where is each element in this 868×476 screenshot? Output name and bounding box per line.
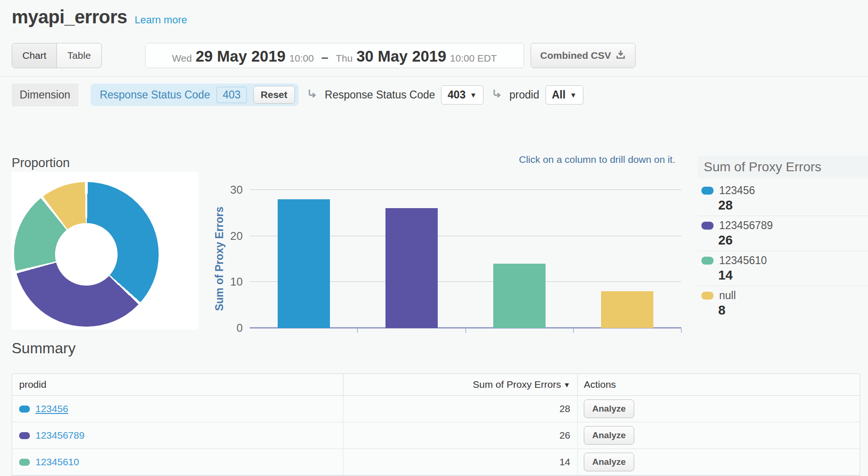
reset-button[interactable]: Reset: [253, 86, 295, 104]
table-row-123456: 123456 28 Analyze: [12, 396, 860, 422]
page-header: myapi_errors Learn more: [12, 7, 187, 28]
value-cell: 28: [343, 396, 578, 422]
column-header-value[interactable]: Sum of Proxy Errors ▼: [343, 374, 578, 395]
y-tick-label: 30: [205, 183, 243, 196]
series-swatch: [701, 257, 714, 265]
analyze-button[interactable]: Analyze: [584, 399, 634, 418]
legend-series-value: 14: [718, 268, 868, 283]
summary-title: Summary: [12, 340, 76, 357]
analyze-button[interactable]: Analyze: [584, 453, 634, 471]
active-filter-value[interactable]: 403: [217, 87, 246, 103]
value-cell: 26: [343, 422, 578, 448]
start-day: Wed: [172, 53, 192, 64]
series-swatch: [701, 187, 714, 195]
start-date: 29 May 2019: [196, 48, 286, 65]
legend-entry-12345610: 12345610 14: [698, 251, 868, 286]
bar-null[interactable]: [601, 291, 653, 328]
x-tick: [573, 329, 574, 333]
series-swatch: [19, 406, 30, 413]
prodid-link[interactable]: 123456: [35, 403, 68, 414]
gridline: [250, 189, 681, 190]
drilldown-arrow-icon: [492, 88, 503, 101]
x-tick: [465, 329, 466, 333]
chevron-down-icon: ▼: [470, 91, 477, 99]
proportion-title: Proportion: [12, 156, 70, 170]
bar-123456789[interactable]: [385, 208, 438, 328]
drilldown-2-select[interactable]: All ▼: [546, 85, 583, 105]
start-time: 10:00: [289, 53, 314, 64]
donut-chart[interactable]: [14, 182, 159, 327]
summary-table-header: prodid Sum of Proxy Errors ▼ Actions: [12, 374, 860, 396]
date-range-picker[interactable]: Wed 29 May 2019 10:00 – Thu 30 May 2019 …: [145, 43, 524, 68]
table-row-123456789: 123456789 26 Analyze: [12, 422, 860, 449]
end-day: Thu: [336, 53, 352, 64]
active-filter-name[interactable]: Response Status Code: [100, 89, 210, 101]
drilldown-2-value: All: [552, 89, 566, 101]
legend-series-value: 26: [718, 233, 868, 248]
dashboard-page: myapi_errors Learn more Chart Table Wed …: [0, 0, 868, 476]
csv-button-label: Combined CSV: [540, 50, 611, 61]
learn-more-link[interactable]: Learn more: [134, 14, 187, 26]
summary-table-body: 123456 28 Analyze 123456789 26 Analyze 1…: [12, 396, 860, 476]
legend-series-value: 8: [718, 303, 868, 318]
date-range-separator: –: [321, 50, 328, 65]
drilldown-arrow-icon: [307, 88, 318, 101]
prodid-link[interactable]: 12345610: [35, 456, 79, 468]
series-swatch: [19, 459, 30, 466]
column-header-actions: Actions: [578, 374, 860, 395]
table-row-12345610: 12345610 14 Analyze: [12, 449, 860, 476]
prodid-cell: 123456: [12, 396, 343, 422]
download-icon: [616, 49, 626, 62]
legend-entry-123456: 123456 28: [698, 181, 868, 216]
drilldown-1-name: Response Status Code: [325, 89, 435, 101]
tab-chart[interactable]: Chart: [12, 43, 57, 68]
bar-123456[interactable]: [278, 199, 330, 328]
legend-series-value: 28: [718, 198, 868, 213]
proportion-chart-card: [12, 172, 198, 329]
legend-series-label: 123456789: [719, 219, 773, 232]
actions-cell: Analyze: [578, 422, 860, 448]
prodid-cell: 12345610: [12, 449, 343, 475]
donut-hole: [55, 223, 118, 286]
active-filter-pill: Response Status Code 403 Reset: [91, 84, 299, 106]
column-header-value-label: Sum of Proxy Errors: [473, 379, 561, 390]
end-date: 30 May 2019: [357, 48, 447, 65]
y-tick-label: 20: [205, 230, 243, 243]
page-title: myapi_errors: [12, 7, 127, 28]
legend-series-label: 12345610: [719, 254, 767, 267]
sort-desc-icon: ▼: [563, 381, 570, 389]
actions-cell: Analyze: [578, 396, 860, 422]
series-swatch: [19, 432, 30, 439]
legend-title: Sum of Proxy Errors: [698, 156, 868, 178]
combined-csv-button[interactable]: Combined CSV: [531, 43, 636, 68]
series-swatch: [701, 292, 714, 300]
toolbar: Chart Table Wed 29 May 2019 10:00 – Thu …: [12, 43, 636, 68]
value-cell: 14: [343, 449, 578, 475]
analyze-button[interactable]: Analyze: [584, 426, 634, 445]
series-swatch: [701, 222, 714, 230]
legend-entry-123456789: 123456789 26: [698, 216, 868, 251]
filter-bar: Dimension Response Status Code 403 Reset…: [12, 83, 583, 106]
legend-series-label: null: [719, 289, 736, 302]
legend-entry-null: null 8: [698, 286, 868, 321]
y-tick-label: 10: [205, 275, 243, 288]
legend-series-label: 123456: [719, 184, 755, 197]
tab-table[interactable]: Table: [57, 43, 101, 68]
view-toggle: Chart Table: [12, 43, 102, 68]
prodid-cell: 123456789: [12, 422, 343, 448]
actions-cell: Analyze: [578, 449, 860, 475]
legend-panel: Sum of Proxy Errors 123456 28 123456789 …: [698, 156, 868, 321]
header-divider: [0, 76, 868, 77]
column-header-prodid[interactable]: prodid: [12, 374, 343, 395]
drilldown-1-select[interactable]: 403 ▼: [441, 85, 483, 105]
x-tick: [357, 329, 358, 333]
x-tick: [681, 329, 682, 333]
drill-hint-text: Click on a column to drill down on it.: [420, 154, 675, 165]
drilldown-1-value: 403: [448, 89, 465, 101]
prodid-link[interactable]: 123456789: [35, 430, 84, 441]
dimension-label: Dimension: [12, 84, 78, 106]
drilldown-2-name: prodid: [510, 89, 539, 101]
bar-12345610[interactable]: [493, 264, 546, 328]
summary-table: prodid Sum of Proxy Errors ▼ Actions 123…: [12, 373, 860, 476]
legend-entries: 123456 28 123456789 26 12345610 14 null …: [698, 178, 868, 321]
